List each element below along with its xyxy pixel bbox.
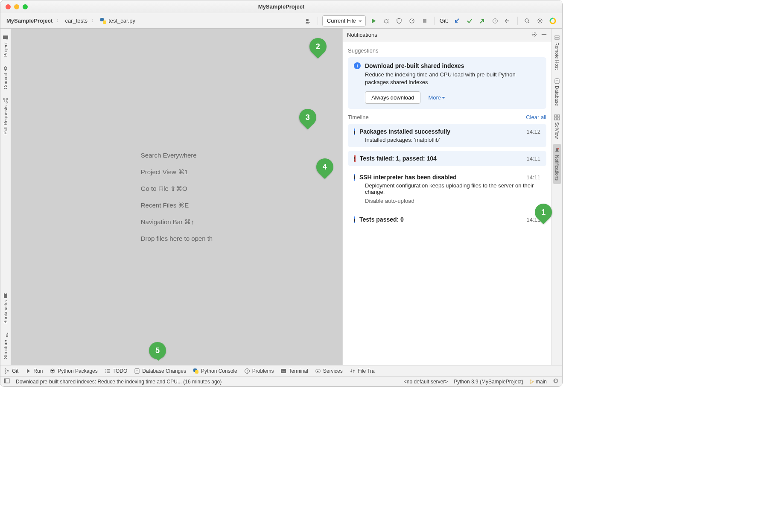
- tool-todo[interactable]: TODO: [105, 368, 127, 374]
- tool-sciview[interactable]: SciView: [553, 111, 561, 142]
- tool-git[interactable]: Git: [4, 368, 18, 374]
- tip-recent: Recent Files ⌘E: [141, 197, 213, 213]
- timeline-item[interactable]: i SSH interpreter has been disabled 14:1…: [348, 170, 546, 208]
- svg-rect-18: [555, 36, 559, 37]
- left-tool-gutter: Project Commit Pull Requests Bookmarks S…: [0, 29, 11, 365]
- editor-empty-state: Search Everywhere Project View ⌘1 Go to …: [141, 147, 213, 247]
- timeline-item-title: Tests passed: 0: [359, 216, 522, 223]
- tip-drop: Drop files here to open th: [141, 230, 213, 247]
- git-update-button[interactable]: [452, 16, 462, 26]
- bottom-tool-strip: Git Run Python Packages TODO Database Ch…: [0, 365, 562, 376]
- suggestions-section-label: Suggestions: [348, 47, 546, 54]
- services-icon: [315, 368, 321, 374]
- always-download-button[interactable]: Always download: [365, 91, 420, 104]
- tool-remote-host[interactable]: Remote Host: [553, 31, 561, 73]
- remote-host-icon: [554, 35, 560, 41]
- gear-icon[interactable]: [531, 31, 537, 39]
- tool-terminal[interactable]: Terminal: [280, 368, 308, 374]
- search-button[interactable]: [522, 16, 532, 26]
- chevron-right-icon: 〉: [56, 17, 61, 25]
- svg-rect-14: [6, 336, 7, 337]
- timeline-item-action[interactable]: Disable auto-upload: [365, 198, 540, 204]
- git-push-button[interactable]: [477, 16, 487, 26]
- tool-database-changes[interactable]: Database Changes: [134, 368, 186, 374]
- info-icon: i: [354, 174, 355, 181]
- breadcrumb-file[interactable]: test_car.py: [98, 17, 137, 25]
- svg-point-0: [306, 19, 309, 21]
- ide-logo-icon[interactable]: [548, 16, 558, 26]
- status-python[interactable]: Python 3.9 (MySampleProject): [454, 379, 523, 385]
- tool-services[interactable]: Services: [315, 368, 343, 374]
- svg-rect-11: [7, 336, 8, 337]
- timeline-section-label: Timeline Clear all: [348, 114, 546, 120]
- svg-point-10: [3, 98, 5, 100]
- editor-area[interactable]: Search Everywhere Project View ⌘1 Go to …: [11, 29, 342, 365]
- tool-window-quick-access-icon[interactable]: [4, 378, 10, 385]
- tool-problems[interactable]: Problems: [244, 368, 274, 374]
- timeline-item-time: 14:11: [526, 174, 540, 181]
- tool-commit[interactable]: Commit: [2, 62, 9, 93]
- tool-python-console[interactable]: Python Console: [193, 368, 237, 374]
- svg-point-20: [555, 79, 559, 80]
- timeline-item[interactable]: ! Tests failed: 1, passed: 104 14:11: [348, 151, 546, 166]
- branch-icon: [4, 368, 10, 374]
- warning-icon: [244, 368, 250, 374]
- svg-point-16: [534, 33, 535, 35]
- git-commit-button[interactable]: [464, 16, 475, 26]
- code-with-me-icon[interactable]: [303, 16, 313, 26]
- timeline-item-time: 14:12: [526, 129, 540, 135]
- more-link[interactable]: More: [428, 94, 445, 101]
- breadcrumb-folder[interactable]: car_tests: [63, 17, 89, 25]
- svg-point-7: [4, 67, 7, 70]
- python-file-icon: [100, 18, 107, 24]
- rollback-button[interactable]: [503, 16, 513, 26]
- breadcrumb: MySampleProject 〉 car_tests 〉 test_car.p…: [5, 17, 137, 25]
- clear-all-link[interactable]: Clear all: [526, 114, 546, 120]
- svg-rect-38: [555, 380, 557, 382]
- run-config-selector[interactable]: Current File: [322, 15, 366, 26]
- breadcrumb-project[interactable]: MySampleProject: [5, 17, 54, 25]
- status-lock-icon[interactable]: [553, 378, 559, 385]
- svg-point-9: [6, 98, 8, 100]
- svg-rect-15: [6, 335, 7, 336]
- history-button[interactable]: [490, 16, 500, 26]
- timeline-item[interactable]: i Packages installed successfully 14:12 …: [348, 124, 546, 147]
- tool-bookmarks[interactable]: Bookmarks: [2, 289, 9, 327]
- list-icon: [105, 368, 111, 374]
- tool-file-transfer[interactable]: File Tra: [350, 368, 375, 374]
- status-bar: Download pre-built shared indexes: Reduc…: [0, 376, 562, 386]
- tip-goto-file: Go to File ⇧⌘O: [141, 180, 213, 197]
- stop-button[interactable]: [420, 16, 430, 26]
- tool-project[interactable]: Project: [2, 31, 9, 60]
- tool-python-packages[interactable]: Python Packages: [50, 368, 97, 374]
- run-button[interactable]: [368, 16, 379, 26]
- svg-rect-19: [555, 38, 559, 39]
- tool-structure[interactable]: Structure: [2, 329, 9, 362]
- tool-run[interactable]: Run: [25, 368, 43, 374]
- svg-rect-3: [423, 19, 426, 23]
- profile-button[interactable]: [407, 16, 417, 26]
- error-icon: !: [354, 155, 356, 162]
- transfer-icon: [350, 368, 356, 374]
- status-branch[interactable]: main: [529, 379, 547, 385]
- minimize-icon[interactable]: [541, 31, 547, 39]
- coverage-button[interactable]: [394, 16, 404, 26]
- status-server[interactable]: <no default server>: [404, 379, 448, 385]
- status-message[interactable]: Download pre-built shared indexes: Reduc…: [16, 379, 222, 385]
- tool-pull-requests[interactable]: Pull Requests: [2, 94, 9, 138]
- timeline-item[interactable]: i Tests passed: 0 14:11: [348, 212, 546, 227]
- tip-navbar: Navigation Bar ⌘↑: [141, 213, 213, 230]
- database-icon: [134, 368, 140, 374]
- window-title: MySampleProject: [0, 3, 562, 10]
- right-tool-gutter: Remote Host Database SciView Notificatio…: [551, 29, 562, 365]
- tool-notifications[interactable]: Notifications: [553, 144, 561, 184]
- svg-point-25: [557, 148, 559, 149]
- timeline-item-title: Tests failed: 1, passed: 104: [360, 155, 522, 162]
- tip-search: Search Everywhere: [141, 147, 213, 164]
- tool-database[interactable]: Database: [553, 75, 561, 109]
- branch-icon: [529, 379, 534, 384]
- notifications-panel: Notifications Suggestions i Download pre…: [342, 29, 551, 365]
- settings-button[interactable]: [535, 16, 545, 26]
- debug-button[interactable]: [381, 16, 391, 26]
- bookmark-icon: [3, 292, 9, 298]
